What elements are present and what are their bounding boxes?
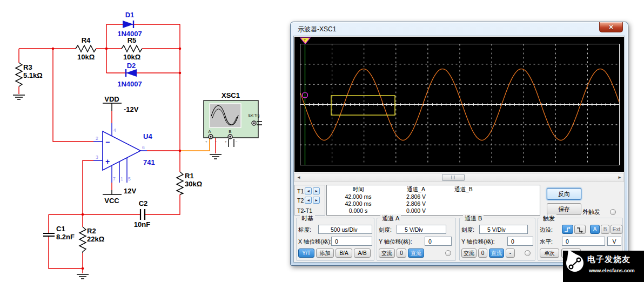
horizontal-scrollbar[interactable]: ◄ ►: [294, 173, 624, 182]
col-channel-a: 通道_A: [390, 186, 442, 193]
trigger-title: 触发: [541, 214, 556, 223]
close-icon: ✕: [608, 24, 613, 31]
t2-right-button[interactable]: ►: [313, 197, 320, 204]
t2-left-button[interactable]: ◄: [305, 197, 312, 204]
r3-ref: R3: [23, 63, 32, 71]
yt-mode-button[interactable]: Y/T: [298, 249, 314, 258]
pin2-label: 2: [96, 136, 98, 141]
resistor-r3[interactable]: R3 5.1kΩ: [16, 63, 43, 86]
channel-a-dc-button[interactable]: 直流: [408, 249, 424, 258]
channel-b-scale-field[interactable]: 5 V/Div: [479, 225, 528, 234]
pin1-label: 1: [120, 176, 123, 182]
falling-edge-icon: [576, 226, 584, 233]
reverse-button[interactable]: 反向: [547, 188, 581, 200]
ab-mode-button[interactable]: A/B: [354, 249, 371, 258]
pin6-label: 6: [142, 145, 145, 150]
window-titlebar[interactable]: 示波器-XSC1 ✕: [291, 22, 628, 36]
vdd-value: -12V: [124, 105, 139, 113]
watermark: 电子发烧友 www.elecfans.com: [563, 251, 644, 282]
t1-left-button[interactable]: ◄: [305, 187, 312, 194]
vcc-symbol[interactable]: VCC 12V: [103, 187, 136, 205]
channel-a-scale-field[interactable]: 5 V/Div: [397, 225, 446, 234]
opamp-u4[interactable]: − + U4 741 2 3 4 6 7 1 5: [93, 123, 155, 183]
diode-d2[interactable]: D2 1N4007: [117, 62, 142, 88]
vcc-label: VCC: [104, 197, 119, 205]
timebase-scale-field[interactable]: 500 us/Div: [318, 225, 372, 234]
scroll-right-icon[interactable]: ►: [618, 174, 622, 180]
channel-a-group: 通道 A 刻度: 5 V/Div Y 轴位移(格): 0 交流 0 直流: [377, 218, 456, 261]
d2-ref: D2: [127, 62, 136, 70]
watermark-brand: 电子发烧友: [587, 254, 630, 265]
ba-mode-button[interactable]: B/A: [336, 249, 352, 258]
capacitor-c1[interactable]: C1 8.2nF: [43, 225, 75, 241]
d1-value: 1N4007: [117, 30, 142, 38]
t1-right-button[interactable]: ►: [313, 187, 320, 194]
timebase-xpos-field[interactable]: 0: [331, 237, 372, 246]
col-time: 时间: [327, 186, 390, 193]
resistor-r4[interactable]: R4 10kΩ: [76, 36, 96, 61]
c2-ref: C2: [139, 199, 148, 207]
r4-value: 10kΩ: [77, 53, 95, 61]
close-button[interactable]: ✕: [599, 22, 623, 32]
vcc-value: 12V: [124, 187, 136, 195]
channel-a-zero-button[interactable]: 0: [397, 249, 406, 258]
channel-a-ypos-field[interactable]: 0: [425, 237, 452, 246]
trigger-level-unit[interactable]: V: [607, 237, 621, 246]
trigger-source-ext-button[interactable]: Ext: [611, 225, 622, 234]
r1-value: 30kΩ: [185, 180, 202, 188]
timebase-xpos-label: X 轴位移(格):: [298, 238, 332, 246]
vdd-symbol[interactable]: VDD -12V: [103, 95, 139, 113]
oscilloscope-icon[interactable]: XSC1 Ext Trg A B + − + −: [204, 91, 262, 147]
cursor-readout-table: 时间 通道_A 通道_B 42.000 ms 2.806 V 42.000 ms…: [326, 185, 540, 216]
trigger-marker-label: T: [304, 39, 306, 43]
channel-b-radio[interactable]: [525, 250, 531, 256]
resistor-r1[interactable]: R1 30kΩ: [177, 172, 202, 194]
delta-channel-b: [442, 207, 540, 214]
timebase-scale-label: 标度:: [298, 226, 311, 234]
resistor-r2[interactable]: R2 22kΩ: [79, 227, 104, 253]
rising-edge-button[interactable]: [562, 225, 573, 234]
trigger-level-field[interactable]: 0: [562, 237, 605, 246]
trigger-source-b-button[interactable]: B: [601, 225, 609, 234]
channel-b-zero-button[interactable]: 0: [478, 249, 487, 258]
timebase-group: 时基 标度: 500 us/Div X 轴位移(格): 0 Y/T 添加 B/A…: [296, 218, 374, 261]
ext-trigger-radio[interactable]: [610, 209, 616, 215]
trigger-edge-label: 边沿:: [540, 226, 553, 234]
channel-b-ypos-field[interactable]: 0: [507, 237, 533, 246]
trigger-source-a-button[interactable]: A: [590, 225, 600, 234]
save-button[interactable]: 保存: [547, 203, 581, 215]
c1-ref: C1: [56, 225, 65, 233]
trigger-single-button[interactable]: 单次: [540, 249, 559, 258]
elecfans-logo-icon: [564, 245, 587, 279]
t2-channel-a: 2.806 V: [390, 200, 442, 207]
r5-value: 10kΩ: [123, 53, 140, 61]
delta-time: 0.000 s: [327, 207, 390, 214]
u4-ref: U4: [143, 132, 152, 140]
falling-edge-button[interactable]: [574, 225, 586, 234]
opamp-plus-sign: +: [105, 157, 110, 166]
r3-value: 5.1kΩ: [23, 71, 43, 79]
channel-b-ac-button[interactable]: 交流: [461, 249, 477, 258]
channel-b-dc-button[interactable]: 直流: [489, 249, 504, 258]
capacitor-c2[interactable]: C2 10nF: [134, 199, 150, 229]
b-plus-mark: +: [225, 140, 227, 143]
d1-ref: D1: [125, 11, 135, 19]
xsc1-label: XSC1: [222, 91, 240, 99]
ext-trigger-label: 外触发: [582, 208, 600, 216]
scroll-left-icon[interactable]: ◄: [297, 174, 301, 180]
r2-value: 22kΩ: [87, 235, 104, 243]
channel-a-ac-button[interactable]: 交流: [379, 249, 395, 258]
resistor-r5[interactable]: R5 10kΩ: [122, 36, 142, 61]
channel-a-radio[interactable]: [445, 250, 451, 256]
ext-trg-label: Ext Trg: [249, 113, 260, 118]
channel-b-minus-button[interactable]: -: [506, 249, 515, 258]
watermark-site: www.elecfans.com: [589, 267, 635, 273]
col-channel-b: 通道_B: [442, 186, 540, 193]
scrollbar-thumb[interactable]: [442, 174, 465, 181]
channel-b-ypos-label: Y 轴位移(格):: [461, 238, 495, 246]
scope-display[interactable]: T: [294, 37, 624, 172]
t2-time: 42.000 ms: [327, 200, 390, 207]
add-mode-button[interactable]: 添加: [316, 249, 334, 258]
c2-value: 10nF: [134, 220, 150, 229]
oscilloscope-window: 示波器-XSC1 ✕ T: [290, 22, 628, 266]
